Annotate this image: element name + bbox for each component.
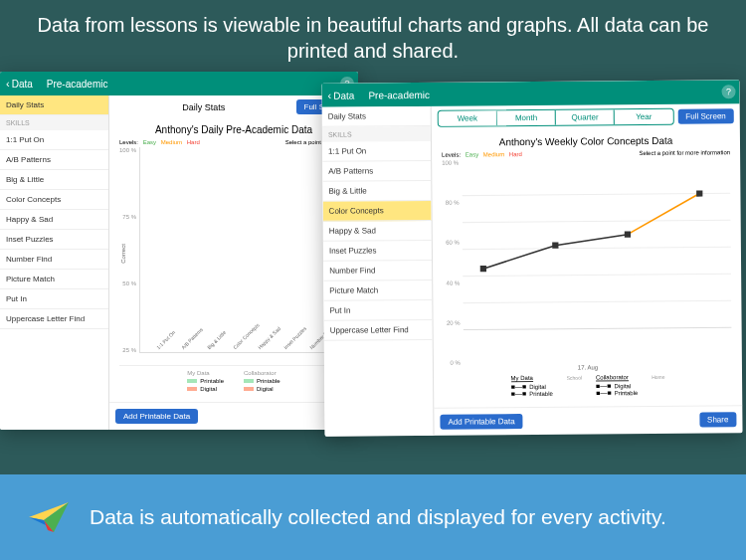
chart-title: Anthony's Daily Pre-Academic Data xyxy=(119,124,348,135)
bar[interactable]: A/B Patterns xyxy=(170,338,192,352)
paper-plane-icon xyxy=(24,492,74,542)
legend-school: School xyxy=(567,375,582,381)
bar-label: Number Find xyxy=(308,346,312,350)
add-printable-button[interactable]: Add Printable Data xyxy=(440,414,522,430)
level-hard: Hard xyxy=(187,139,200,145)
add-printable-button[interactable]: Add Printable Data xyxy=(115,409,198,424)
screenshot-weekly-chart: ‹ Data Pre-academic ? Daily Stats SKILLS… xyxy=(321,80,742,437)
bar[interactable]: Inset Puzzles xyxy=(272,338,293,352)
tab-year[interactable]: Year xyxy=(615,109,672,125)
main-panel: Week Month Quarter Year Full Screen Anth… xyxy=(432,103,743,436)
svg-line-1 xyxy=(463,220,731,222)
bar-label: Happy & Sad xyxy=(257,346,261,350)
sidebar-item[interactable]: Happy & Sad xyxy=(323,221,432,242)
bar[interactable]: Happy & Sad xyxy=(247,338,269,352)
chart-area: Anthony's Weekly Color Concepts Data Lev… xyxy=(432,128,742,408)
bar[interactable]: Color Concepts xyxy=(221,338,243,352)
sidebar-skills-header: SKILLS xyxy=(0,115,108,130)
square-marker-icon: ■—■ xyxy=(511,390,527,397)
panel-title: Daily Stats xyxy=(115,102,292,112)
sidebar-item[interactable]: Inset Puzzles xyxy=(323,241,432,262)
sidebar-item[interactable]: Put In xyxy=(323,300,432,321)
sidebar-item[interactable]: Picture Match xyxy=(0,270,108,289)
legend-collaborator-label: Collaborator xyxy=(244,370,280,376)
ytick: 20 % xyxy=(444,319,461,325)
sidebar-item[interactable]: Big & Little xyxy=(322,181,431,202)
svg-line-2 xyxy=(463,247,731,249)
sidebar-item[interactable]: Number Find xyxy=(323,261,432,281)
sidebar-item-daily-stats[interactable]: Daily Stats xyxy=(322,106,431,127)
sidebar-item-daily-stats[interactable]: Daily Stats xyxy=(0,95,108,115)
sidebar-item[interactable]: Big & Little xyxy=(0,170,108,190)
sidebar: Daily Stats SKILLS 1:1 Put On A/B Patter… xyxy=(0,95,109,430)
svg-rect-7 xyxy=(552,243,558,249)
bar-label: A/B Patterns xyxy=(180,346,184,350)
tab-month[interactable]: Month xyxy=(497,110,556,126)
tab-week[interactable]: Week xyxy=(439,110,497,126)
legend-digital: Digital xyxy=(615,383,632,389)
legend-printable: Printable xyxy=(200,378,224,384)
tab-quarter[interactable]: Quarter xyxy=(556,109,615,125)
bar[interactable]: 1:1 Put On xyxy=(144,338,166,352)
breadcrumb: Pre-academic xyxy=(368,89,430,100)
sidebar-item[interactable]: Color Concepts xyxy=(322,201,431,222)
sidebar-item[interactable]: Uppercase Letter Find xyxy=(324,320,433,341)
y-axis: 100 % 80 % 60 % 40 % 20 % 0 % xyxy=(442,160,464,366)
ytick: 0 % xyxy=(444,360,461,366)
legend-digital: Digital xyxy=(200,386,217,392)
line-chart-svg xyxy=(462,157,732,365)
legend-printable: Printable xyxy=(257,378,280,384)
levels-label: Levels: xyxy=(442,152,461,158)
bar-label: 1:1 Put On xyxy=(155,346,159,350)
ytick: 100 % xyxy=(442,160,459,166)
legend-collaborator: Collaborator xyxy=(596,374,629,381)
share-button[interactable]: Share xyxy=(699,412,736,427)
sidebar-item[interactable]: 1:1 Put On xyxy=(0,130,108,150)
levels-legend: Levels: Easy Medium Hard xyxy=(442,151,525,158)
sidebar-item[interactable]: Uppercase Letter Find xyxy=(0,309,108,329)
levels-label: Levels: xyxy=(119,139,138,145)
help-icon[interactable]: ? xyxy=(721,85,735,98)
bar-label: Color Concepts xyxy=(232,346,236,350)
sidebar-item[interactable]: Color Concepts xyxy=(0,190,108,210)
ytick: 100 % xyxy=(119,147,136,153)
legend-digital: Digital xyxy=(257,386,274,392)
back-label: Data xyxy=(333,90,354,100)
back-button[interactable]: ‹ Data xyxy=(0,78,39,90)
bar[interactable]: Big & Little xyxy=(195,338,217,352)
sidebar-item[interactable]: Put In xyxy=(0,289,108,309)
bar[interactable]: Number Find xyxy=(297,338,319,352)
sidebar-item[interactable]: Inset Puzzles xyxy=(0,230,108,250)
bar-chart[interactable]: Correct 100 % 75 % 50 % 25 % 1:1 Put OnA… xyxy=(119,147,348,353)
sidebar: Daily Stats SKILLS 1:1 Put On A/B Patter… xyxy=(322,106,435,437)
svg-rect-6 xyxy=(480,266,486,272)
sidebar-item[interactable]: 1:1 Put On xyxy=(322,141,431,162)
level-hard: Hard xyxy=(509,151,522,157)
chart-area: Anthony's Daily Pre-Academic Data Levels… xyxy=(109,118,358,402)
sidebar-item[interactable]: Number Find xyxy=(0,250,108,270)
fullscreen-button[interactable]: Full Screen xyxy=(677,108,734,123)
swatch-icon xyxy=(187,387,197,391)
legend-printable: Printable xyxy=(615,390,639,396)
level-easy: Easy xyxy=(143,139,156,145)
line-chart[interactable]: 100 % 80 % 60 % 40 % 20 % 0 % xyxy=(442,157,732,366)
ytick: 40 % xyxy=(443,280,460,285)
legend-printable: Printable xyxy=(529,390,553,396)
svg-rect-8 xyxy=(625,232,631,238)
sidebar-item[interactable]: A/B Patterns xyxy=(322,161,431,182)
swatch-icon xyxy=(244,379,254,383)
swatch-icon xyxy=(244,387,254,391)
svg-rect-9 xyxy=(696,190,702,196)
bottom-toolbar: Add Printable Data Share xyxy=(434,405,742,436)
back-button[interactable]: ‹ Data xyxy=(322,90,361,101)
legend-home: Home xyxy=(652,374,664,380)
swatch-icon xyxy=(187,379,197,383)
bar-label: Big & Little xyxy=(206,346,210,350)
sidebar-skills-header: SKILLS xyxy=(322,126,431,142)
chart-title: Anthony's Weekly Color Concepts Data xyxy=(442,134,730,148)
sidebar-item[interactable]: Picture Match xyxy=(323,280,432,301)
sidebar-item[interactable]: A/B Patterns xyxy=(0,150,108,170)
breadcrumb: Pre-academic xyxy=(47,79,108,90)
sidebar-item[interactable]: Happy & Sad xyxy=(0,210,108,230)
legend-mydata: My Data xyxy=(511,375,533,382)
